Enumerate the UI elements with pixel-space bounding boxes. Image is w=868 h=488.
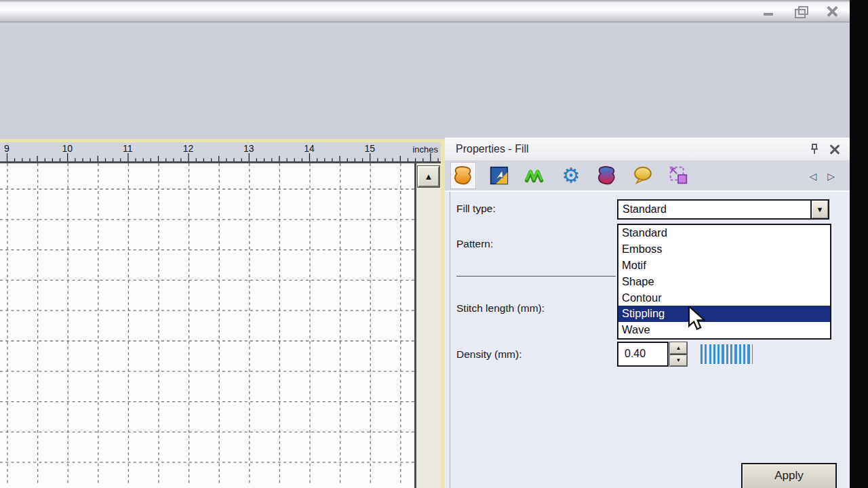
restore-icon[interactable] <box>794 5 807 18</box>
spin-down-icon[interactable]: ▼ <box>670 355 687 367</box>
fill-type-value: Standard <box>618 201 810 218</box>
density-spinner: 0.40 ▲ ▼ <box>617 342 687 367</box>
panel-title: Properties - Fill <box>456 143 529 155</box>
dropdown-option[interactable]: Wave <box>618 322 830 338</box>
spin-up-icon[interactable]: ▲ <box>670 342 687 354</box>
dropdown-option[interactable]: Stippling <box>618 306 830 322</box>
dropdown-option[interactable]: Motif <box>618 258 830 274</box>
panel-close-icon[interactable] <box>829 144 840 155</box>
settings-icon[interactable]: ⚙ <box>559 163 583 188</box>
dropdown-option[interactable]: Emboss <box>618 241 830 258</box>
vertical-scrollbar[interactable]: ▲ <box>416 163 441 488</box>
ruler-number: 14 <box>304 143 315 154</box>
letterbox-bar <box>850 0 868 488</box>
app-window: 9101112131415 inches ▲ Properties - Fill <box>0 0 868 488</box>
density-label: Density (mm): <box>456 348 521 361</box>
density-input[interactable]: 0.40 <box>617 342 669 367</box>
pin-icon[interactable] <box>809 143 820 155</box>
fill-type-label: Fill type: <box>456 203 496 215</box>
ruler-number: 15 <box>364 143 375 154</box>
ruler-number: 9 <box>4 143 9 154</box>
properties-panel: Properties - Fill <box>445 138 850 488</box>
ruler-number: 11 <box>123 143 133 154</box>
minimize-icon[interactable] <box>762 5 775 18</box>
panel-header: Properties - Fill <box>445 138 850 161</box>
window-titlebar <box>0 0 850 22</box>
apply-button[interactable]: Apply <box>741 463 837 488</box>
fill-type-dropdown-list: StandardEmbossMotifShapeContourStippling… <box>617 224 831 340</box>
design-canvas[interactable] <box>0 163 414 488</box>
gradient-fill-icon[interactable] <box>595 163 619 188</box>
stitch-effects-icon[interactable] <box>523 163 547 188</box>
mouse-cursor <box>688 306 708 331</box>
stitch-length-label: Stitch length (mm): <box>456 302 545 314</box>
nav-prev-icon[interactable]: ◁ <box>809 171 816 182</box>
horizontal-ruler: 9101112131415 inches <box>0 142 441 161</box>
panel-body-border <box>450 192 450 488</box>
pattern-label: Pattern: <box>456 238 493 250</box>
scroll-up-button[interactable]: ▲ <box>418 166 439 187</box>
design-canvas-frame: 9101112131415 inches ▲ <box>0 139 445 488</box>
dropdown-option[interactable]: Shape <box>618 274 830 290</box>
object-properties-icon[interactable] <box>487 163 511 188</box>
section-divider <box>456 276 616 277</box>
dropdown-option[interactable]: Standard <box>618 225 830 241</box>
transform-icon[interactable] <box>667 163 691 188</box>
panel-toolbar: ⚙ <box>445 161 850 192</box>
fill-icon[interactable] <box>451 163 475 188</box>
density-preview <box>701 344 753 364</box>
ruler-number: 12 <box>183 143 194 154</box>
dropdown-option[interactable]: Contour <box>618 290 830 306</box>
chevron-down-icon[interactable]: ▼ <box>810 201 828 218</box>
ruler-number: 10 <box>62 143 73 154</box>
close-icon[interactable] <box>826 5 839 18</box>
comment-icon[interactable] <box>631 163 655 188</box>
nav-next-icon[interactable]: ▷ <box>827 171 835 182</box>
ruler-number: 13 <box>243 143 254 154</box>
fill-type-dropdown[interactable]: Standard ▼ <box>617 199 829 220</box>
